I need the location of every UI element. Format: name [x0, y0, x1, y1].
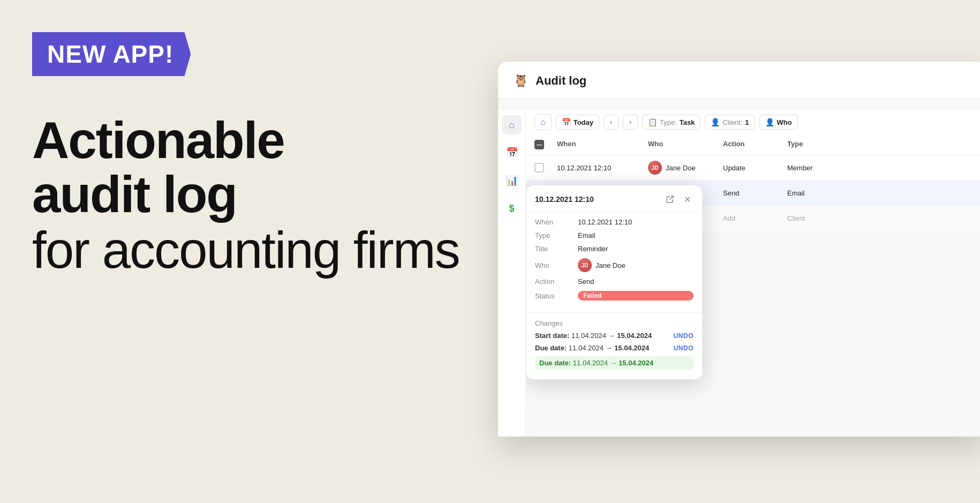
row3-type: Client	[787, 214, 851, 222]
row1-avatar: JD	[648, 161, 662, 175]
change-row-1: Start date: 11.04.2024 → 15.04.2024 UNDO	[535, 332, 693, 340]
filter-client-button[interactable]: 👤 Client: 1	[705, 115, 755, 130]
right-section: 🦉 Audit log ⌂ 📅 📊 $ ⌂ 📅 Today ‹ ›	[498, 62, 980, 437]
popup-body: When 10.12.2021 12:10 Type Email Title R…	[526, 212, 702, 312]
select-all-checkbox[interactable]	[534, 140, 544, 149]
sidebar-item-dollar[interactable]: $	[502, 199, 522, 218]
row2-action: Send	[723, 189, 787, 197]
filter-prev-button[interactable]: ‹	[604, 115, 619, 130]
col-checkbox	[534, 140, 557, 149]
table-header: When Who Action Type	[526, 134, 980, 155]
sidebar: ⌂ 📅 📊 $	[498, 110, 526, 437]
popup-actions: ✕	[664, 193, 693, 206]
popup-status-label: Status	[535, 292, 578, 300]
popup-avatar: JD	[578, 258, 592, 272]
col-when: When	[557, 140, 648, 149]
row1-when: 10.12.2021 12:10	[557, 164, 648, 172]
popup-type-label: Type	[535, 231, 578, 239]
today-label: Today	[574, 118, 593, 126]
detail-popup: 10.12.2021 12:10 ✕	[526, 185, 703, 380]
popup-close-icon[interactable]: ✕	[681, 193, 693, 206]
popup-when-value: 10.12.2021 12:10	[578, 218, 693, 226]
popup-title-row: Title Reminder	[535, 245, 693, 253]
row1-who: JD Jane Doe	[648, 161, 723, 175]
row1-checkbox[interactable]	[534, 163, 557, 172]
filter-today-button[interactable]: 📅 Today	[556, 115, 599, 130]
popup-when-row: When 10.12.2021 12:10	[535, 218, 693, 226]
popup-type-value: Email	[578, 231, 693, 239]
row3-action: Add	[723, 214, 787, 222]
filter-next-button[interactable]: ›	[623, 115, 638, 130]
popup-action-row: Action Send	[535, 277, 693, 286]
filter-home-button[interactable]: ⌂	[534, 114, 552, 130]
popup-action-value: Send	[578, 277, 693, 286]
filter-bar: ⌂ 📅 Today ‹ › 📋 Type: Task 👤 Client: 1	[526, 110, 980, 135]
table-row[interactable]: 10.12.2021 12:10 JD Jane Doe Update Memb…	[526, 155, 980, 181]
type-label: Type:	[660, 118, 677, 126]
main-content: ⌂ 📅 Today ‹ › 📋 Type: Task 👤 Client: 1	[526, 110, 980, 437]
filter-type-button[interactable]: 📋 Type: Task	[642, 115, 700, 130]
headline-line3: for accounting firms	[32, 222, 471, 279]
col-who: Who	[648, 140, 723, 149]
sidebar-item-home[interactable]: ⌂	[502, 115, 522, 134]
change-row-2: Due date: 11.04.2024 → 15.04.2024 UNDO	[535, 344, 693, 352]
type-value: Task	[680, 118, 695, 126]
popup-who-value: JD Jane Doe	[578, 258, 693, 272]
client-label: Client:	[722, 118, 742, 126]
popup-title-value: Reminder	[578, 245, 693, 253]
change-text-3: Due date: 11.04.2024 → 15.04.2024	[539, 359, 653, 367]
sidebar-item-calendar[interactable]: 📅	[502, 143, 522, 162]
change-text-2: Due date: 11.04.2024 → 15.04.2024	[535, 344, 649, 352]
window-title: Audit log	[536, 74, 586, 88]
status-badge: Failed	[578, 291, 693, 301]
row1-type: Member	[787, 164, 851, 172]
popup-title-label: Title	[535, 245, 578, 253]
popup-action-label: Action	[535, 277, 578, 286]
app-logo-icon: 🦉	[511, 71, 530, 91]
app-window: 🦉 Audit log ⌂ 📅 📊 $ ⌂ 📅 Today ‹ ›	[498, 62, 980, 437]
popup-header: 10.12.2021 12:10 ✕	[526, 185, 702, 212]
new-app-badge: NEW APP!	[32, 32, 191, 76]
left-section: NEW APP! Actionable audit log for accoun…	[32, 32, 471, 278]
change-text-1: Start date: 11.04.2024 → 15.04.2024	[535, 332, 652, 340]
who-label: Who	[777, 118, 792, 126]
popup-external-link-icon[interactable]	[664, 193, 676, 206]
undo-button-1[interactable]: UNDO	[674, 332, 693, 340]
popup-who-row: Who JD Jane Doe	[535, 258, 693, 272]
window-header: 🦉 Audit log	[498, 62, 980, 99]
changes-label: Changes	[535, 319, 693, 327]
row1-action: Update	[723, 164, 787, 172]
col-action: Action	[723, 140, 787, 149]
row2-type: Email	[787, 189, 851, 197]
popup-date: 10.12.2021 12:10	[535, 195, 594, 204]
undo-button-2[interactable]: UNDO	[674, 344, 693, 352]
client-value: 1	[745, 118, 749, 126]
filter-who-button[interactable]: 👤 Who	[759, 115, 798, 130]
popup-status-row: Status Failed	[535, 291, 693, 301]
popup-type-row: Type Email	[535, 231, 693, 239]
popup-who-label: Who	[535, 261, 578, 269]
popup-when-label: When	[535, 218, 578, 226]
sidebar-item-chart[interactable]: 📊	[502, 171, 522, 190]
headline-line1: Actionable audit log	[32, 114, 471, 222]
col-type: Type	[787, 140, 851, 149]
popup-changes: Changes Start date: 11.04.2024 → 15.04.2…	[526, 312, 702, 379]
change-row-3: Due date: 11.04.2024 → 15.04.2024	[535, 356, 693, 370]
